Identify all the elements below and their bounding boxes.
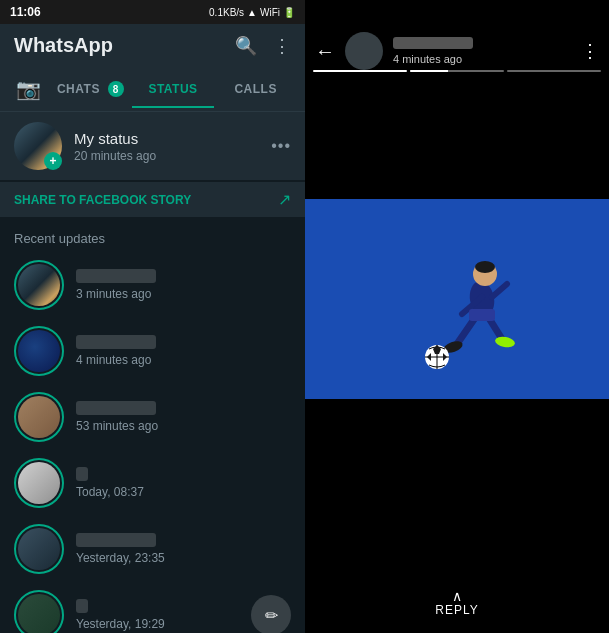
avatar [18,264,60,306]
status-item-name [76,269,156,283]
status-content: + My status 20 minutes ago ••• SHARE TO … [0,112,305,633]
status-avatar-ring [14,392,64,442]
status-item-info: 4 minutes ago [76,335,291,367]
status-item-info: Yesterday, 23:35 [76,533,291,565]
status-item-name [76,401,156,415]
status-item-time: Today, 08:37 [76,485,291,499]
list-item[interactable]: Yesterday, 23:35 [0,516,305,582]
status-avatar-ring [14,590,64,633]
story-username [393,37,473,49]
add-status-button[interactable]: + [44,152,62,170]
status-item-name [76,335,156,349]
search-icon[interactable]: 🔍 [235,35,257,57]
edit-status-button[interactable]: ✏ [251,595,291,633]
chevron-up-icon: ∧ [452,589,462,603]
story-more-icon[interactable]: ⋮ [581,40,599,62]
avatar [18,462,60,504]
avatar [18,330,60,372]
my-status-row[interactable]: + My status 20 minutes ago ••• [0,112,305,180]
status-item-name [76,599,88,613]
status-item-time: Yesterday, 23:35 [76,551,291,565]
tab-chats[interactable]: CHATS 8 [49,69,132,109]
my-avatar-container: + [14,122,62,170]
status-avatar-ring [14,326,64,376]
app-header: WhatsApp 🔍 ⋮ [0,24,305,67]
list-item[interactable]: 4 minutes ago [0,318,305,384]
my-status-name: My status [74,130,271,147]
status-icons: 0.1KB/s ▲ WiFi 🔋 [209,7,295,18]
more-menu-icon[interactable]: ⋮ [273,35,291,57]
app-title: WhatsApp [14,34,113,57]
story-user-info: 4 minutes ago [393,37,581,65]
status-item-info: 3 minutes ago [76,269,291,301]
list-item[interactable]: 53 minutes ago [0,384,305,450]
time-display: 11:06 [10,5,41,19]
signal-icon: ▲ [247,7,257,18]
wifi-icon: WiFi [260,7,280,18]
status-bar: 11:06 0.1KB/s ▲ WiFi 🔋 [0,0,305,24]
tab-calls[interactable]: CALLS [214,70,297,108]
chats-badge: 8 [108,81,124,97]
progress-fill-2 [410,70,448,72]
back-button[interactable]: ← [315,40,335,63]
status-item-time: 3 minutes ago [76,287,291,301]
reply-label: REPLY [435,603,478,617]
speed-indicator: 0.1KB/s [209,7,244,18]
tabs-row: 📷 CHATS 8 STATUS CALLS [0,67,305,112]
status-avatar-ring [14,458,64,508]
story-image-area [305,24,609,573]
svg-line-4 [492,284,507,297]
svg-point-2 [475,261,495,273]
status-avatar-ring [14,260,64,310]
share-icon: ↗ [278,190,291,209]
story-progress [313,70,601,72]
header-icons: 🔍 ⋮ [235,35,291,57]
status-item-time: 53 minutes ago [76,419,291,433]
svg-rect-9 [469,309,495,321]
camera-tab-icon[interactable]: 📷 [8,67,49,111]
battery-icon: 🔋 [283,7,295,18]
story-image [305,199,609,399]
status-item-info: Today, 08:37 [76,467,291,499]
progress-fill-1 [313,70,407,72]
list-item[interactable]: Yesterday, 19:29 ✏ [0,582,305,633]
right-panel: ← 4 minutes ago ⋮ [305,0,609,633]
soccer-illustration [337,209,577,389]
black-bottom [305,399,609,574]
status-avatar-ring [14,524,64,574]
my-status-more-icon[interactable]: ••• [271,137,291,155]
progress-bar-1 [313,70,407,72]
progress-bar-2 [410,70,504,72]
share-facebook-row[interactable]: SHARE TO FACEBOOK STORY ↗ [0,182,305,217]
status-item-name [76,533,156,547]
status-item-name [76,467,88,481]
avatar [18,396,60,438]
recent-updates-label: Recent updates [0,225,305,252]
left-panel: 11:06 0.1KB/s ▲ WiFi 🔋 WhatsApp 🔍 ⋮ 📷 CH… [0,0,305,633]
avatar [18,528,60,570]
reply-bar[interactable]: ∧ REPLY [305,573,609,633]
list-item[interactable]: Today, 08:37 [0,450,305,516]
avatar [18,594,60,633]
list-item[interactable]: 3 minutes ago [0,252,305,318]
my-status-info: My status 20 minutes ago [74,130,271,163]
status-item-info: 53 minutes ago [76,401,291,433]
tab-status[interactable]: STATUS [132,70,215,108]
status-item-time: 4 minutes ago [76,353,291,367]
story-avatar [345,32,383,70]
my-status-time: 20 minutes ago [74,149,271,163]
status-item-time: Yesterday, 19:29 [76,617,251,631]
soccer-scene [305,199,609,399]
story-time: 4 minutes ago [393,53,581,65]
progress-bar-3 [507,70,601,72]
status-item-info: Yesterday, 19:29 [76,599,251,631]
share-fb-text: SHARE TO FACEBOOK STORY [14,193,191,207]
